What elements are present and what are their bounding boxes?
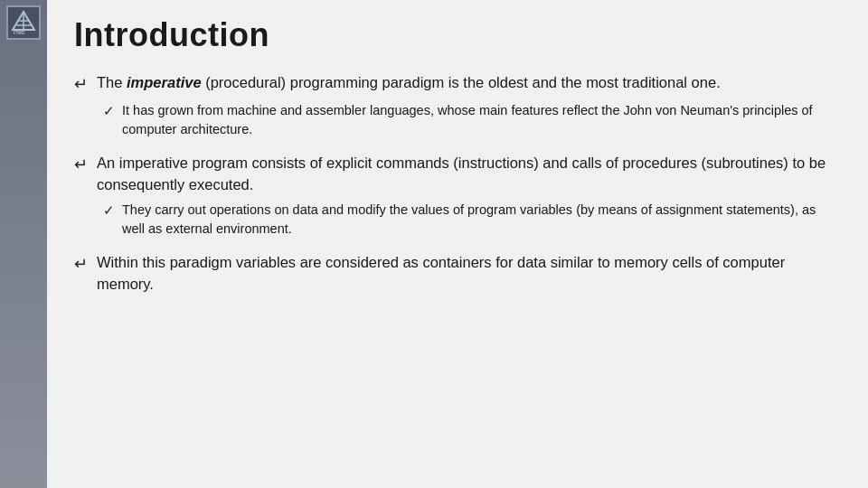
- bullet-item-1: ↵ The imperative (procedural) programmin…: [74, 72, 834, 96]
- bullet-text-1: The imperative (procedural) programming …: [97, 72, 721, 93]
- sub-bullet-symbol-2a: ✓: [103, 201, 115, 221]
- sub-bullet-text-1a: It has grown from machine and assembler …: [122, 101, 834, 138]
- sidebar: ITMO: [0, 0, 47, 488]
- bullet-section-3: ↵ Within this paradigm variables are con…: [74, 252, 834, 295]
- bullet-symbol-3: ↵: [74, 253, 88, 276]
- bullet-item-2: ↵ An imperative program consists of expl…: [74, 153, 834, 195]
- logo-icon: ITMO: [11, 10, 36, 35]
- sub-bullet-item-1a: ✓ It has grown from machine and assemble…: [103, 101, 834, 138]
- page-title: Introduction: [74, 16, 834, 54]
- bullet-symbol-1: ↵: [74, 73, 88, 96]
- svg-text:ITMO: ITMO: [14, 30, 25, 35]
- main-content: Introduction ↵ The imperative (procedura…: [47, 0, 868, 488]
- bullet-symbol-2: ↵: [74, 154, 88, 176]
- bullet-item-3: ↵ Within this paradigm variables are con…: [74, 252, 834, 295]
- bullet-section-2: ↵ An imperative program consists of expl…: [74, 153, 834, 238]
- sub-bullet-item-2a: ✓ They carry out operations on data and …: [103, 201, 834, 238]
- bullet-text-3: Within this paradigm variables are consi…: [97, 252, 834, 295]
- logo-box: ITMO: [6, 5, 41, 40]
- sub-bullet-text-2a: They carry out operations on data and mo…: [122, 201, 834, 238]
- bullet-section-1: ↵ The imperative (procedural) programmin…: [74, 72, 834, 138]
- sub-bullet-symbol-1a: ✓: [103, 101, 115, 121]
- bullet-text-2: An imperative program consists of explic…: [97, 153, 834, 195]
